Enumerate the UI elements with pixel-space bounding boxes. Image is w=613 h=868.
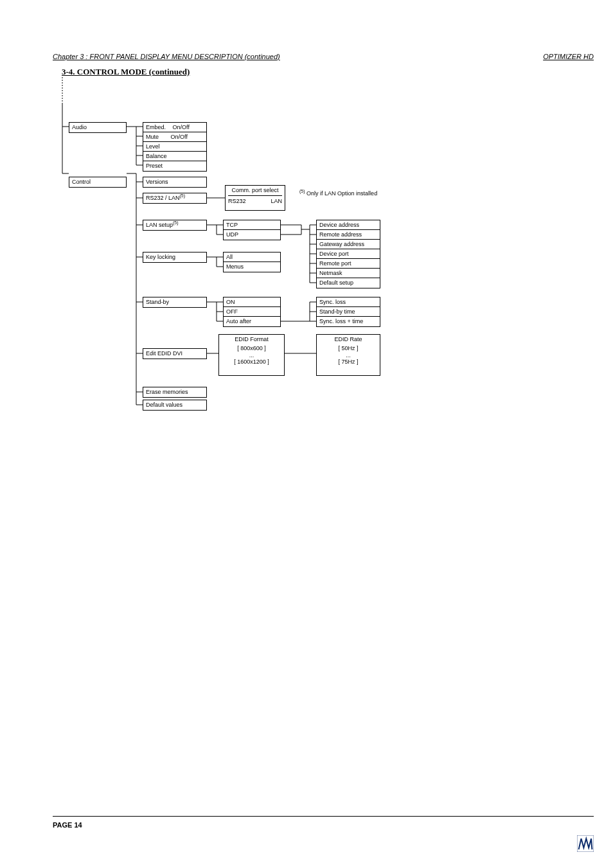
footer-rule <box>53 816 594 817</box>
node-editedid: Edit EDID DVI <box>143 348 207 359</box>
header-left: Chapter 3 : FRONT PANEL DISPLAY MENU DES… <box>53 53 280 60</box>
node-keylocking: Key locking <box>143 252 207 263</box>
node-edid-rate: EDID Rate [ 50Hz ] ... [ 75Hz ] <box>316 334 380 376</box>
note-text: Only if LAN Option installed <box>306 190 377 197</box>
edid-rate-v2: [ 75Hz ] <box>319 359 377 366</box>
node-preset: Preset <box>143 161 207 172</box>
commport-opt1: RS232 <box>228 198 246 205</box>
label: RS232 / LAN <box>146 195 180 201</box>
logo-icon <box>577 835 594 852</box>
menu-diagram: Audio Embed. On/Off Mute On/Off Level Ba… <box>53 77 528 450</box>
label: Mute <box>146 134 159 140</box>
value: On/Off <box>171 134 188 140</box>
label: Embed. <box>146 124 166 130</box>
edid-format-v2: [ 1600x1200 ] <box>222 359 281 366</box>
note-sup: (5) <box>299 189 305 193</box>
edid-rate-dots: ... <box>319 352 377 359</box>
node-edid-format: EDID Format [ 800x600 ] ... [ 1600x1200 … <box>218 334 285 376</box>
diagram-lines <box>53 77 528 450</box>
value: On/Off <box>173 124 190 130</box>
edid-rate-v1: [ 50Hz ] <box>319 345 377 352</box>
sup: (5) <box>173 220 179 225</box>
label: LAN setup <box>146 222 173 228</box>
node-rs232lan: RS232 / LAN(5) <box>143 193 207 204</box>
sup: (5) <box>180 193 186 198</box>
node-versions: Versions <box>143 177 207 188</box>
edid-format-dots: ... <box>222 352 281 359</box>
edid-format-header: EDID Format <box>222 336 281 345</box>
section-title: 3-4. CONTROL MODE (continued) <box>62 67 190 77</box>
node-udp: UDP <box>223 229 281 240</box>
commport-opt2: LAN <box>271 198 282 205</box>
node-commport: Comm. port select RS232 LAN <box>225 185 285 211</box>
node-lansetup: LAN setup(5) <box>143 220 207 231</box>
header-right: OPTIMIZER HD <box>543 53 594 60</box>
note-lan: (5) Only if LAN Option installed <box>297 189 413 199</box>
node-default: Default values <box>143 400 207 411</box>
node-menus: Menus <box>223 261 281 272</box>
footer-page: PAGE 14 <box>53 821 82 829</box>
node-control: Control <box>69 177 127 188</box>
commport-label: Comm. port select <box>228 187 282 196</box>
edid-format-v1: [ 800x600 ] <box>222 345 281 352</box>
edid-rate-header: EDID Rate <box>319 336 377 345</box>
node-default-setup: Default setup <box>316 278 380 288</box>
node-audio: Audio <box>69 122 127 133</box>
node-sync-loss-time: Sync. loss + time <box>316 316 380 327</box>
node-auto-after: Auto after <box>223 316 281 327</box>
node-standby: Stand-by <box>143 297 207 308</box>
node-erase: Erase memories <box>143 387 207 398</box>
